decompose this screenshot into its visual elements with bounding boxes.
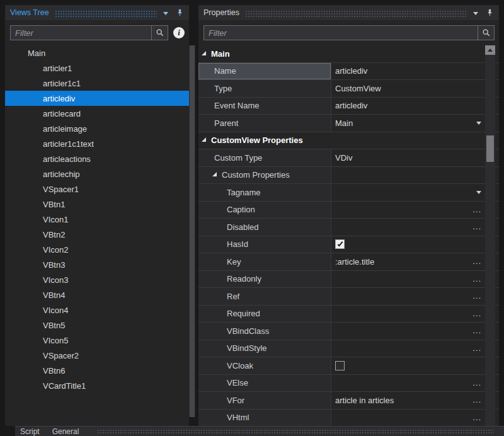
property-row[interactable]: VCloak ... (198, 357, 499, 375)
property-name-cell[interactable]: Custom Properties (198, 167, 331, 184)
tree-item[interactable]: articler1 (5, 60, 189, 76)
tree-item[interactable]: VBtn2 (5, 227, 189, 242)
expander-triangle-icon[interactable] (202, 51, 206, 55)
tree-item[interactable]: articlechip (5, 166, 189, 181)
property-value-cell[interactable]: articlediv ... (331, 98, 499, 115)
search-button[interactable] (478, 26, 494, 40)
property-name-cell[interactable]: VFor (198, 392, 331, 409)
property-name-cell[interactable]: Main (198, 45, 499, 62)
tree-item[interactable]: VBtn1 (5, 197, 189, 212)
properties-titlebar[interactable]: Properties (198, 5, 499, 20)
ellipsis-button[interactable]: ... (472, 415, 481, 421)
tab-general[interactable]: General (52, 427, 79, 436)
property-value-cell[interactable]: ... (331, 167, 499, 184)
ellipsis-button[interactable]: ... (472, 258, 481, 265)
property-row[interactable]: Main ... (198, 45, 499, 63)
property-name-cell[interactable]: VHtml (198, 410, 331, 427)
pin-icon[interactable] (486, 9, 494, 17)
property-name-cell[interactable]: VBindClass (198, 323, 331, 340)
property-row[interactable]: VElse ... (198, 375, 499, 393)
property-value-cell[interactable]: ... (331, 202, 499, 219)
tree-item[interactable]: articlecard (5, 106, 189, 121)
property-name-cell[interactable]: Ref (198, 288, 331, 305)
property-row[interactable]: Parent Main ... (198, 115, 499, 132)
tree-item[interactable]: articler1c1text (5, 136, 189, 151)
property-row[interactable]: Type CustomView ... (198, 80, 499, 98)
property-name-cell[interactable]: CustomView Properties (198, 132, 499, 149)
tree-item[interactable]: VCardTitle1 (5, 378, 189, 393)
property-row[interactable]: Name articlediv ... (198, 63, 499, 81)
tree-item[interactable]: VIcon5 (5, 333, 189, 348)
property-name-cell[interactable]: Required (198, 306, 331, 323)
property-row[interactable]: Ref ... (198, 288, 499, 306)
property-row[interactable]: VFor article in articles ... (198, 392, 499, 410)
properties-scrollbar[interactable] (485, 45, 495, 426)
tree-item[interactable]: VIcon4 (5, 302, 189, 318)
property-value-cell[interactable]: VDiv ... (331, 149, 499, 166)
property-value-cell[interactable]: ... (331, 375, 499, 392)
property-value-cell[interactable]: ... (331, 236, 499, 253)
property-value-cell[interactable]: CustomView ... (331, 80, 499, 97)
property-value-cell[interactable]: ... (331, 271, 499, 288)
views-tree-scrollbar[interactable] (189, 45, 195, 417)
tree-item[interactable]: VSpacer2 (5, 348, 189, 363)
property-name-cell[interactable]: VCloak (198, 357, 331, 374)
property-row[interactable]: Required ... (198, 306, 499, 323)
tree-item[interactable]: articleimage (5, 121, 189, 136)
property-row[interactable]: Caption ... (198, 202, 499, 219)
tab-script[interactable]: Script (20, 427, 40, 436)
property-row[interactable]: Disabled ... (198, 219, 499, 236)
property-name-cell[interactable]: Custom Type (198, 149, 331, 166)
property-row[interactable]: VBindStyle ... (198, 340, 499, 358)
search-button[interactable] (151, 26, 168, 40)
tree-item[interactable]: VSpacer1 (5, 181, 189, 197)
tree-item[interactable]: VBtn5 (5, 318, 189, 333)
property-value-cell[interactable]: ... (331, 306, 499, 323)
property-value-cell[interactable]: article in articles ... (331, 392, 499, 409)
tree-item[interactable]: VIcon2 (5, 242, 189, 257)
ellipsis-button[interactable]: ... (472, 311, 481, 317)
property-name-cell[interactable]: VElse (198, 375, 331, 392)
views-tree-titlebar[interactable]: Views Tree (5, 5, 189, 20)
ellipsis-button[interactable]: ... (472, 224, 481, 230)
tree-item[interactable]: articlediv (5, 91, 189, 106)
tree-item[interactable]: VBtn6 (5, 363, 189, 378)
property-value-cell[interactable]: ... (331, 219, 499, 236)
property-value-cell[interactable]: ... (331, 323, 499, 340)
property-row[interactable]: Event Name articlediv ... (198, 98, 499, 115)
checkbox[interactable] (335, 361, 345, 370)
dropdown-chevron-icon[interactable] (476, 122, 481, 125)
checkbox[interactable] (335, 239, 345, 249)
ellipsis-button[interactable]: ... (472, 397, 481, 403)
property-row[interactable]: CustomView Properties ... (198, 132, 499, 150)
views-tree-scrollbar-thumb[interactable] (190, 45, 195, 417)
property-row[interactable]: VBindClass ... (198, 323, 499, 340)
property-value-cell[interactable]: :article.title ... (331, 253, 499, 270)
expander-triangle-icon[interactable] (202, 137, 206, 142)
property-row[interactable]: Tagname ... (198, 184, 499, 202)
property-value-cell[interactable]: ... (331, 410, 499, 427)
ellipsis-button[interactable]: ... (472, 207, 481, 213)
property-name-cell[interactable]: HasId (198, 236, 331, 253)
property-name-cell[interactable]: Parent (198, 115, 331, 132)
property-name-cell[interactable]: VBindStyle (198, 340, 331, 357)
property-value-cell[interactable]: Main ... (331, 115, 499, 132)
ellipsis-button[interactable]: ... (472, 293, 481, 299)
tree-item[interactable]: VBtn4 (5, 287, 189, 302)
expander-triangle-icon[interactable] (212, 172, 217, 176)
property-value-cell[interactable]: ... (331, 340, 499, 357)
property-row[interactable]: Key :article.title ... (198, 253, 499, 271)
property-name-cell[interactable]: Readonly (198, 271, 331, 288)
properties-scrollbar-thumb[interactable] (486, 135, 494, 162)
views-tree-filter-input[interactable] (11, 26, 151, 40)
property-row[interactable]: VHtml ... (198, 410, 499, 427)
property-value-cell[interactable]: ... (331, 184, 499, 201)
tree-item[interactable]: VIcon3 (5, 272, 189, 287)
window-menu-chevron-down-icon[interactable] (473, 12, 478, 15)
property-row[interactable]: HasId ... (198, 236, 499, 254)
property-row[interactable]: Custom Type VDiv ... (198, 149, 499, 167)
ellipsis-button[interactable]: ... (472, 328, 481, 334)
property-name-cell[interactable]: Disabled (198, 219, 331, 236)
window-menu-chevron-down-icon[interactable] (163, 12, 168, 15)
tree-item[interactable]: VIcon1 (5, 212, 189, 227)
